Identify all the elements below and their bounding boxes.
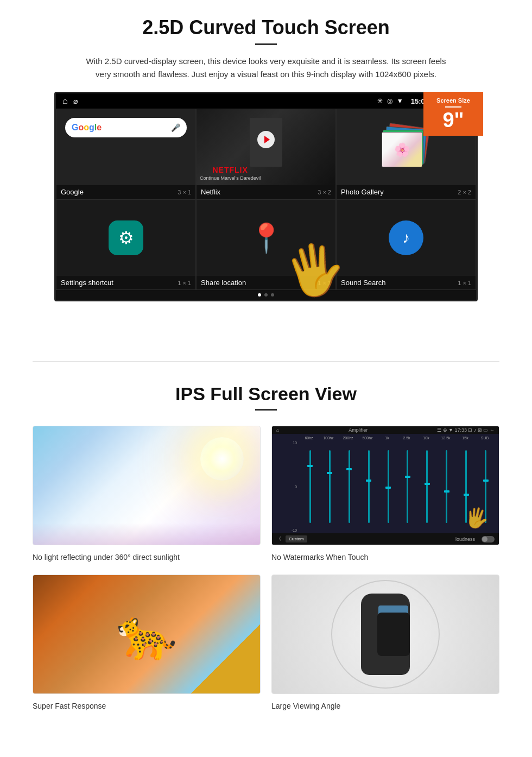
img-item-cheetah: 🐆 Super Fast Response <box>33 575 261 712</box>
freq-15k: 15k <box>455 436 475 440</box>
sunlight-inner <box>33 426 260 545</box>
cheetah-placeholder: 🐆 <box>33 575 261 694</box>
google-thumbnail: Google 🎤 <box>56 109 195 185</box>
hand-pointer-icon: 🖐 <box>280 237 350 304</box>
share-app-name: Share location <box>201 279 246 287</box>
freq-10k: 10k <box>416 436 436 440</box>
freq-100hz: 100hz <box>319 436 338 440</box>
cheetah-image: 🐆 <box>33 575 260 693</box>
google-logo: Google <box>72 123 102 133</box>
app-cell-google[interactable]: Google 🎤 Google 3 × 1 <box>56 109 196 199</box>
app-cell-sound[interactable]: ♪ Sound Search 1 × 1 <box>336 199 476 290</box>
usb-icon: ⌀ <box>73 97 78 105</box>
status-bar-left: ⌂ ⌀ <box>62 96 78 106</box>
device-container: Screen Size 9" ⌂ ⌀ ✳ ◎ ▼ 15:06 ⊡ <box>33 92 499 301</box>
freq-200hz: 200hz <box>338 436 358 440</box>
wifi-icon: ▼ <box>397 97 403 105</box>
cheetah-emoji: 🐆 <box>116 606 177 663</box>
badge-size-value: 9" <box>428 110 479 130</box>
maps-pin-icon: 📍 <box>249 222 284 255</box>
hand-touch-icon: 🖐 <box>463 504 491 531</box>
netflix-label-row: Netflix 3 × 2 <box>197 185 335 199</box>
amp-loudness-label: loudness <box>455 537 475 542</box>
sound-label-row: Sound Search 1 × 1 <box>337 276 476 289</box>
netflix-play-button[interactable] <box>257 131 275 148</box>
netflix-app-name: Netflix <box>201 188 220 196</box>
google-search-bar[interactable]: Google 🎤 <box>65 118 187 137</box>
slider-8 <box>438 441 455 532</box>
sound-app-size: 1 × 1 <box>458 280 471 286</box>
slider-7 <box>418 441 436 532</box>
amp-bottom-bar: 《 Custom loudness <box>272 533 499 545</box>
section1-underline <box>255 43 277 45</box>
slider-1 <box>301 441 319 532</box>
dot-1 <box>258 293 261 297</box>
slider-2 <box>321 441 339 532</box>
netflix-subtitle: Continue Marvel's Daredevil <box>200 175 261 181</box>
sunlight-caption: No light reflecting under 360° direct su… <box>33 551 261 564</box>
badge-label: Screen Size <box>428 97 479 104</box>
settings-icon-circle: ⚙ <box>109 220 143 255</box>
netflix-overlay: NETFLIX Continue Marvel's Daredevil <box>200 166 261 181</box>
dot-2 <box>264 293 268 297</box>
car-body <box>361 594 410 675</box>
amp-custom-button[interactable]: Custom <box>286 535 307 542</box>
device-mockup: Screen Size 9" ⌂ ⌀ ✳ ◎ ▼ 15:06 ⊡ <box>54 92 478 301</box>
google-app-name: Google <box>61 188 84 196</box>
amp-freq-labels: 60hz 100hz 200hz 500hz 1k 2.5k 10k 12.5k… <box>272 434 499 440</box>
sound-icon-circle: ♪ <box>389 220 423 255</box>
mic-icon: 🎤 <box>171 123 180 132</box>
location-icon: ◎ <box>387 97 392 105</box>
hand-pointer-area: 🖐 <box>33 307 499 339</box>
sunlight-gradient-overlay <box>33 523 260 545</box>
sun-glow <box>200 437 244 481</box>
loudness-toggle[interactable] <box>482 536 495 542</box>
amplifier-caption: No Watermarks When Touch <box>271 551 499 564</box>
settings-app-name: Settings shortcut <box>61 279 113 287</box>
amp-back-btn: 《 <box>276 535 281 542</box>
cheetah-caption: Super Fast Response <box>33 699 261 712</box>
gallery-app-name: Photo Gallery <box>341 188 384 196</box>
section-divider <box>33 361 499 362</box>
freq-sub: SUB <box>475 436 495 440</box>
car-caption: Large Viewing Angle <box>271 699 499 712</box>
section2-title: IPS Full Screen View <box>33 383 499 405</box>
loudness-toggle-knob <box>482 537 487 542</box>
dots-indicator <box>56 290 476 300</box>
netflix-logo: NETFLIX <box>200 166 261 174</box>
amplifier-image: ⌂ Amplifier ☰ ⊕ ▼ 17:33 ⊡ ♪ ⊠ ▭ ← 60hz 1… <box>272 426 499 545</box>
freq-2_5k: 2.5k <box>397 436 416 440</box>
netflix-bg: NETFLIX Continue Marvel's Daredevil <box>197 109 335 185</box>
freq-60hz: 60hz <box>299 436 319 440</box>
settings-app-size: 1 × 1 <box>178 280 191 286</box>
section2-underline <box>255 409 277 411</box>
sunlight-placeholder <box>33 426 261 545</box>
gallery-app-size: 2 × 2 <box>458 189 471 195</box>
car-roof <box>377 613 410 656</box>
netflix-thumbnail: NETFLIX Continue Marvel's Daredevil <box>197 109 335 185</box>
car-top-view <box>353 591 418 678</box>
settings-thumbnail: ⚙ <box>56 200 195 276</box>
amp-sliders-container: 🖐 <box>301 441 495 532</box>
scale-10: 10 <box>276 441 297 445</box>
apps-grid: Google 🎤 Google 3 × 1 <box>56 109 476 290</box>
amp-icons: ☰ ⊕ ▼ 17:33 ⊡ ♪ ⊠ ▭ ← <box>437 427 495 433</box>
img-item-sunlight: No light reflecting under 360° direct su… <box>33 426 261 564</box>
freq-12_5k: 12.5k <box>436 436 455 440</box>
gallery-label-row: Photo Gallery 2 × 2 <box>337 185 476 199</box>
status-bar: ⌂ ⌀ ✳ ◎ ▼ 15:06 ⊡ ♪ ⊠ ▭ <box>56 93 476 109</box>
settings-label-row: Settings shortcut 1 × 1 <box>56 276 195 289</box>
freq-500hz: 500hz <box>358 436 377 440</box>
slider-3 <box>340 441 358 532</box>
badge-divider <box>445 106 461 108</box>
slider-5 <box>379 441 397 532</box>
app-cell-netflix[interactable]: NETFLIX Continue Marvel's Daredevil Netf… <box>196 109 336 199</box>
amp-header-label: Amplifier <box>349 427 368 433</box>
amp-scale-labels: 10 0 -10 <box>276 441 299 532</box>
home-icon[interactable]: ⌂ <box>62 96 68 106</box>
img-item-car: Large Viewing Angle <box>271 575 499 712</box>
amplifier-placeholder: ⌂ Amplifier ☰ ⊕ ▼ 17:33 ⊡ ♪ ⊠ ▭ ← 60hz 1… <box>271 426 499 545</box>
gallery-card-flower: 🌸 <box>382 132 422 167</box>
img-item-amplifier: ⌂ Amplifier ☰ ⊕ ▼ 17:33 ⊡ ♪ ⊠ ▭ ← 60hz 1… <box>271 426 499 564</box>
app-cell-settings[interactable]: ⚙ Settings shortcut 1 × 1 <box>56 199 196 290</box>
